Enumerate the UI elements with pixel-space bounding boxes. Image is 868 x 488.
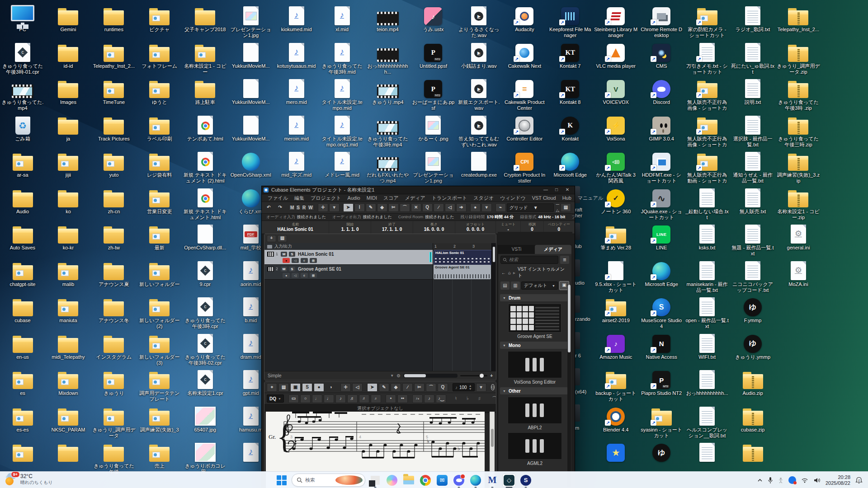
- monitor-button[interactable]: ◁: [292, 258, 299, 263]
- collapse-all-icon[interactable]: ▤: [500, 282, 509, 290]
- desktop-icon[interactable]: ニコニコバックアップコード.txt: [730, 259, 775, 293]
- desktop-icon[interactable]: きゅうり食ってた.mp4: [0, 77, 45, 111]
- desktop-icon[interactable]: YukkuriMovieM...: [228, 77, 274, 105]
- preset-filter-select[interactable]: デフォルト▼: [521, 282, 558, 290]
- dot-icon[interactable]: •: [386, 394, 396, 403]
- desktop-icon[interactable]: ↗Chrome Remote Desktop: [639, 5, 684, 38]
- flat-icon[interactable]: ♭: [462, 394, 473, 403]
- desktop-icon[interactable]: Pおーばーまにあ.ppsf: [410, 77, 456, 111]
- desktop-icon[interactable]: インスタグラム: [91, 332, 137, 360]
- desktop-icon[interactable]: きゅうり食ってた午後: [91, 441, 137, 475]
- desktop-icon[interactable]: ♪kiokumed.mid: [274, 5, 319, 33]
- desktop-icon[interactable]: ⚙general.ini: [776, 223, 821, 251]
- monitor-button[interactable]: ◁: [292, 273, 299, 278]
- desktop-icon[interactable]: 新しいフォルダー: [137, 259, 182, 287]
- desktop-icon[interactable]: Audio: [0, 187, 45, 215]
- media-item-AGML2[interactable]: AGML2: [500, 432, 570, 466]
- tray-chevron-up-icon[interactable]: [757, 479, 763, 482]
- event-display[interactable]: 123 HALion Sonic 01 Groove Agent SE 01: [433, 243, 491, 371]
- taskbar-app-cubase[interactable]: ◇: [502, 474, 516, 487]
- desktop-icon[interactable]: runtimes: [91, 5, 137, 33]
- desktop-icon[interactable]: 通知うぜえ - 親作品一覧.txt: [730, 150, 775, 184]
- desktop-icon[interactable]: ksks.txt: [684, 223, 730, 251]
- open-in-window-icon[interactable]: ▣: [290, 383, 301, 392]
- line-tool-icon[interactable]: ∕: [434, 203, 444, 212]
- taskbar-app-discord[interactable]: [452, 474, 466, 487]
- glue-tool-icon[interactable]: ⌒: [426, 383, 436, 392]
- desktop-icon[interactable]: KT↗Kontakt 7: [547, 41, 593, 69]
- desktop-icon[interactable]: ↗HDDFMT.exe - ショートカット: [639, 150, 684, 184]
- desktop-icon[interactable]: ko: [46, 187, 91, 215]
- desktop-icon[interactable]: きゅうり_調声用データ: [91, 405, 137, 439]
- desktop-icon[interactable]: ピクチャ: [137, 5, 182, 33]
- undo-icon[interactable]: ↶: [264, 203, 274, 212]
- right-zone-tab-メディア[interactable]: メディア: [535, 245, 571, 254]
- maximize-button[interactable]: □: [551, 187, 562, 193]
- menu-item[interactable]: VST Cloud: [529, 195, 559, 201]
- desktop-icon[interactable]: プレゼンテーション1.jpg: [228, 5, 274, 38]
- desktop-icon[interactable]: [46, 441, 91, 463]
- volume-icon[interactable]: [813, 477, 821, 483]
- desktop-icon[interactable]: ↗syasinn - ショートカット: [639, 405, 684, 439]
- desktop-icon[interactable]: 無題 - 親作品一覧.txt: [730, 223, 775, 257]
- note-sixteenth-icon[interactable]: ♬: [347, 394, 358, 403]
- desktop-icon[interactable]: ↗筆まめ Ver.28: [593, 223, 638, 251]
- desktop-icon[interactable]: maniuta: [46, 296, 91, 324]
- desktop-icon[interactable]: ♪タイトル未設定.tempo.mid: [320, 77, 365, 111]
- natural-icon[interactable]: ♮: [451, 394, 461, 403]
- note-quarter-icon[interactable]: ♩: [324, 394, 334, 403]
- desktop-icon[interactable]: Mixdown: [46, 368, 91, 396]
- snap-icon[interactable]: ⌁: [495, 203, 506, 212]
- chevron-down-icon[interactable]: ▼: [390, 374, 394, 378]
- desktop-icon[interactable]: きゅうり: [91, 368, 137, 396]
- desktop-icon[interactable]: ♪メドレー風.mid: [320, 150, 365, 178]
- desktop-icon[interactable]: ♪タイトル未設定.tempo.orig1.mid: [320, 114, 365, 148]
- note-whole-icon[interactable]: ○: [300, 394, 311, 403]
- desktop-icon[interactable]: 営業日変更: [137, 187, 182, 215]
- desktop-icon[interactable]: きゅうり食ってた午後三時.zip: [776, 114, 821, 148]
- desktop-icon[interactable]: おっhhhhhhhhhhhh...: [365, 41, 410, 75]
- speaker-icon[interactable]: ◁: [352, 383, 363, 392]
- desktop-icon[interactable]: きゅうり食ってた午後3時-02.cpr: [183, 332, 228, 366]
- desktop-icon[interactable]: 父子キャンプ2018: [183, 5, 228, 33]
- desktop-icon[interactable]: en-us: [0, 332, 45, 360]
- desktop-icon[interactable]: かるーく.png: [410, 114, 456, 142]
- edit-channel-button[interactable]: e: [301, 258, 308, 263]
- horizontal-scrollbar[interactable]: [403, 374, 458, 378]
- desktop-icon[interactable]: ↗9.5.xlsx - ショートカット: [593, 259, 638, 293]
- desktop-icon[interactable]: open - 親作品一覧.txt: [684, 296, 730, 329]
- desktop-icon[interactable]: CPI↗Crypton Product Installer: [502, 150, 547, 184]
- solo-editor-button[interactable]: S: [302, 383, 312, 392]
- desktop-icon[interactable]: V↗VOICEVOX: [593, 77, 638, 105]
- desktop-icon[interactable]: ヘルスコンプレッション__歌詞.txt: [684, 405, 730, 439]
- object-selection-tool-icon[interactable]: ➤: [343, 203, 354, 212]
- desktop-icon[interactable]: ラジオ_歌詞.txt: [730, 5, 775, 33]
- title-bar[interactable]: Cubase Elements プロジェクト - 名称未設定1 — □ ✕: [262, 186, 575, 194]
- desktop-icon[interactable]: きゅうり食ってた午後3時.mp4: [365, 114, 410, 148]
- desktop-icon[interactable]: アナウンス夏: [91, 259, 137, 287]
- auto-scroll-icon[interactable]: ✛: [318, 203, 328, 212]
- menu-item[interactable]: プロジェクト: [307, 195, 344, 202]
- media-section-header[interactable]: ▼Mono: [500, 342, 570, 349]
- draw-tool-icon[interactable]: ✎: [379, 383, 389, 392]
- desktop-icon[interactable]: ↗Audacity: [502, 5, 547, 33]
- solo-button[interactable]: S: [289, 267, 295, 272]
- desktop-icon[interactable]: きゅうり食ってた午後3時 .zip: [776, 77, 821, 111]
- desktop-icon[interactable]: [0, 441, 45, 463]
- desktop-icon[interactable]: KT↗Kontakt 8: [547, 77, 593, 105]
- redo-icon[interactable]: ↷: [275, 203, 285, 212]
- desktop-icon[interactable]: Gemini: [46, 5, 91, 33]
- desktop-icon[interactable]: ↗GIMP 3.0.4: [639, 114, 684, 142]
- desktop-icon[interactable]: ∿↗JQuake.exe - ショートカット: [639, 187, 684, 221]
- zoom-tool-icon[interactable]: Q: [422, 203, 433, 212]
- zoom-slider[interactable]: [460, 375, 487, 376]
- desktop-icon[interactable]: ↗Keepforest File Manager: [547, 5, 593, 38]
- track-Groove Agent SE 01[interactable]: 2MSGroove Agent SE 01●◁e▦: [264, 265, 433, 280]
- menu-item[interactable]: 編集: [291, 195, 307, 202]
- desktop-icon[interactable]: ♪きゅうり食ってた午後3時.mid: [320, 41, 365, 75]
- menu-item[interactable]: スタジオ: [470, 195, 497, 202]
- desktop-icon[interactable]: ↗無人販売不正行為画像 - ショートカット: [684, 114, 730, 148]
- desktop-icon[interactable]: おっhhhhhhhhhh...: [684, 368, 730, 396]
- notification-bell-icon[interactable]: z: [855, 477, 863, 484]
- desktop-icon[interactable]: 売上: [137, 441, 182, 469]
